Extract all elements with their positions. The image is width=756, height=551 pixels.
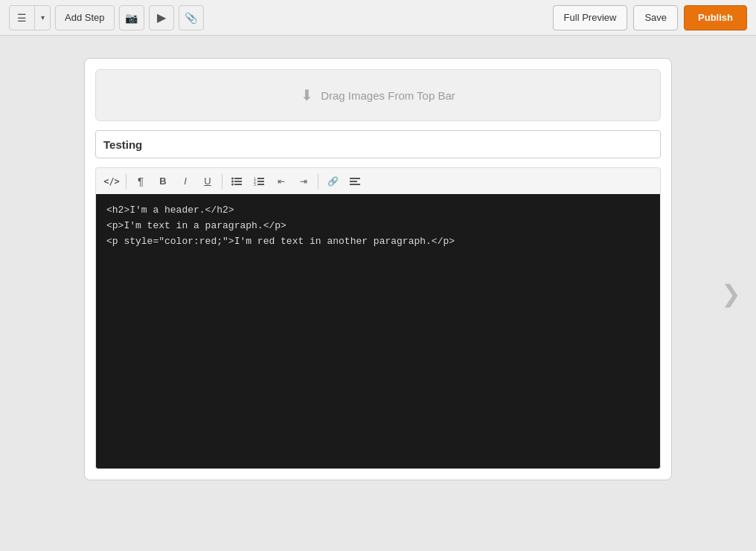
align-icon — [350, 177, 360, 186]
svg-point-2 — [231, 180, 234, 182]
video-button[interactable]: ▶ — [149, 5, 174, 30]
indent-button[interactable]: ⇥ — [294, 172, 313, 191]
chevron-down-icon: ▾ — [35, 5, 50, 30]
rich-text-editor: </> ¶ B I U — [95, 167, 661, 469]
list-icon: ☰ — [10, 5, 35, 30]
align-button[interactable] — [345, 172, 365, 191]
add-step-button[interactable]: Add Step — [55, 5, 115, 30]
title-input[interactable] — [95, 130, 661, 158]
drag-image-label: Drag Images From Top Bar — [321, 89, 455, 102]
list-dropdown-button[interactable]: ☰ ▾ — [9, 5, 51, 30]
toolbar-separator-2 — [222, 174, 222, 189]
svg-point-0 — [231, 177, 234, 179]
svg-rect-12 — [350, 178, 360, 179]
link-button[interactable]: 🔗 — [323, 172, 342, 191]
code-editor[interactable]: <h2>I'm a header.</h2> <p>I'm text in a … — [95, 194, 661, 469]
svg-rect-9 — [257, 181, 264, 182]
bold-button[interactable]: B — [153, 172, 173, 191]
save-button[interactable]: Save — [633, 5, 678, 30]
top-toolbar: ☰ ▾ Add Step 📷 ▶ 📎 Full Preview Save Pub… — [0, 0, 756, 36]
video-icon: ▶ — [157, 10, 166, 25]
toolbar-separator-3 — [318, 174, 318, 189]
svg-rect-14 — [350, 184, 360, 185]
svg-point-4 — [231, 183, 234, 185]
svg-rect-5 — [234, 184, 242, 185]
toolbar-separator-1 — [126, 174, 126, 189]
svg-rect-13 — [350, 181, 357, 182]
next-arrow-button[interactable]: ❯ — [721, 280, 741, 308]
publish-button[interactable]: Publish — [684, 5, 747, 30]
drag-down-arrow-icon: ⬇ — [301, 86, 313, 104]
paperclip-icon: 📎 — [185, 12, 197, 24]
editor-toolbar: </> ¶ B I U — [95, 167, 661, 194]
underline-button[interactable]: U — [198, 172, 217, 191]
camera-icon: 📷 — [125, 12, 138, 24]
ul-icon — [231, 177, 242, 186]
svg-rect-1 — [234, 178, 242, 179]
source-code-button[interactable]: </> — [102, 172, 121, 191]
paragraph-button[interactable]: ¶ — [131, 172, 150, 191]
attachment-button[interactable]: 📎 — [179, 5, 204, 30]
toolbar-left: ☰ ▾ Add Step 📷 ▶ 📎 — [9, 5, 548, 30]
main-content: ⬇ Drag Images From Top Bar </> ¶ B I U — [0, 36, 756, 551]
outdent-button[interactable]: ⇤ — [272, 172, 291, 191]
unordered-list-button[interactable] — [227, 172, 246, 191]
svg-rect-11 — [257, 184, 264, 185]
toolbar-right: Full Preview Save Publish — [553, 5, 747, 30]
drag-image-area[interactable]: ⬇ Drag Images From Top Bar — [95, 69, 661, 121]
ordered-list-button[interactable]: 1. 2. 3. — [249, 172, 269, 191]
step-card: ⬇ Drag Images From Top Bar </> ¶ B I U — [84, 58, 672, 480]
italic-button[interactable]: I — [176, 172, 195, 191]
svg-rect-7 — [257, 178, 264, 179]
full-preview-button[interactable]: Full Preview — [553, 5, 628, 30]
svg-text:3.: 3. — [254, 182, 257, 186]
svg-rect-3 — [234, 181, 242, 182]
ol-icon: 1. 2. 3. — [254, 177, 264, 186]
camera-button[interactable]: 📷 — [119, 5, 144, 30]
